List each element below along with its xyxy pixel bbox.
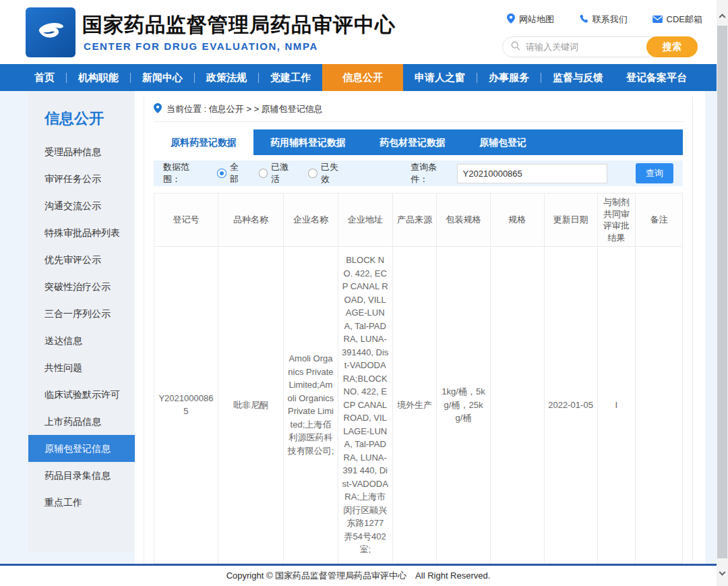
left-gutter [0, 91, 28, 564]
cell-update-date: 2022-01-05 [544, 247, 597, 564]
col-packaging-spec: 包装规格 [437, 194, 490, 247]
breadcrumb: 当前位置 : 信息公开 > > 原辅包登记信息 [154, 96, 683, 122]
filter-bar: 数据范围： 全部 已激活 已失效 查询条件： 查询 [154, 160, 683, 186]
footer: Copyright © 国家药品监督管理局药品审评中心 All Right Re… [0, 564, 717, 586]
registration-table: 登记号 品种名称 企业名称 企业地址 产品来源 包装规格 规格 更新日期 与制剂… [154, 193, 683, 564]
site-title: 国家药品监督管理局药品审评中心 [82, 11, 396, 39]
search-icon [511, 41, 520, 53]
cell-remarks [636, 247, 683, 564]
nav-supervision[interactable]: 监督与反馈 [541, 64, 615, 91]
col-product-source: 产品来源 [392, 194, 437, 247]
sitemap-link[interactable]: 网站地图 [507, 13, 554, 26]
col-variety-name: 品种名称 [218, 194, 283, 247]
tab-raw-aux-pack[interactable]: 原辅包登记 [462, 129, 543, 155]
query-label: 查询条件： [411, 161, 452, 185]
page: 国家药品监督管理局药品审评中心 CENTER FOR DRUG EVALUATI… [0, 0, 728, 586]
search-button[interactable]: 搜索 [646, 36, 698, 57]
content-area: 信息公开 受理品种信息 审评任务公示 沟通交流公示 特殊审批品种列表 优先审评公… [0, 91, 728, 564]
breadcrumb-text: 当前位置 : 信息公开 > > 原辅包登记信息 [166, 103, 323, 115]
sidebar-item-priority-review[interactable]: 优先审评公示 [28, 246, 135, 273]
radio-activated-icon[interactable] [259, 169, 268, 178]
sidebar-column: 信息公开 受理品种信息 审评任务公示 沟通交流公示 特殊审批品种列表 优先审评公… [28, 91, 135, 564]
col-company-address: 企业地址 [338, 194, 392, 247]
nav-functions[interactable]: 机构职能 [67, 64, 130, 91]
sidebar-item-review-tasks[interactable]: 审评任务公示 [28, 165, 135, 192]
main-column: 当前位置 : 信息公开 > > 原辅包登记信息 原料药登记数据 药用辅料登记数据… [135, 91, 699, 564]
right-gutter [699, 91, 717, 564]
search-input[interactable]: 请输入关键词 [526, 41, 646, 53]
sidebar-item-communication[interactable]: 沟通交流公示 [28, 192, 135, 219]
header-links: 网站地图 联系我们 CDE邮箱 [507, 13, 702, 26]
cell-packaging-spec: 1kg/桶，5kg/桶，25kg/桶 [437, 247, 490, 564]
cell-spec [490, 247, 544, 564]
sidebar-item-three-in-one[interactable]: 三合一序列公示 [28, 300, 135, 327]
site-subtitle: CENTER FOR DRUG EVALUATION, NMPA [84, 40, 318, 52]
contact-link[interactable]: 联系我们 [579, 13, 628, 26]
copyright-text: Copyright © 国家药品监督管理局药品审评中心 All Right Re… [226, 570, 491, 582]
table-header-row: 登记号 品种名称 企业名称 企业地址 产品来源 包装规格 规格 更新日期 与制剂… [154, 194, 683, 247]
col-update-date: 更新日期 [544, 194, 597, 247]
cell-registration-no: Y20210000865 [154, 247, 218, 564]
location-pin-icon [154, 103, 162, 115]
sidebar-item-common-issues[interactable]: 共性问题 [28, 354, 135, 381]
col-company-name: 企业名称 [284, 194, 338, 247]
map-pin-icon [507, 13, 515, 26]
sidebar-item-drug-catalog[interactable]: 药品目录集信息 [28, 462, 135, 489]
vertical-scrollbar[interactable] [717, 0, 728, 586]
main-panel: 当前位置 : 信息公开 > > 原辅包登记信息 原料药登记数据 药用辅料登记数据… [144, 96, 693, 586]
sidebar-title: 信息公开 [28, 99, 135, 138]
nav-news[interactable]: 新闻中心 [131, 64, 194, 91]
nav-services[interactable]: 办事服务 [477, 64, 541, 91]
sidebar-item-marketed-drugs[interactable]: 上市药品信息 [28, 408, 135, 435]
cde-logo[interactable] [26, 7, 75, 57]
tab-excipient-data[interactable]: 药用辅料登记数据 [253, 129, 363, 155]
nav-applicant[interactable]: 申请人之窗 [403, 64, 477, 91]
cell-joint-review-result: I [597, 247, 635, 564]
col-spec: 规格 [490, 194, 544, 247]
sidebar-item-clinical-trial[interactable]: 临床试验默示许可 [28, 381, 135, 408]
sidebar-item-breakthrough-therapy[interactable]: 突破性治疗公示 [28, 273, 135, 300]
radio-activated[interactable]: 已激活 [259, 161, 297, 185]
cell-variety-name: 吡非尼酮 [218, 247, 283, 564]
col-joint-review-result: 与制剂共同审评审批结果 [597, 194, 635, 247]
col-registration-no: 登记号 [154, 194, 218, 247]
query-input[interactable] [457, 164, 608, 183]
radio-inactivated[interactable]: 已失效 [308, 161, 346, 185]
mail-icon [653, 15, 663, 25]
sidebar-item-special-approval[interactable]: 特殊审批品种列表 [28, 219, 135, 246]
sidebar-item-accepted-varieties[interactable]: 受理品种信息 [28, 138, 135, 165]
tab-packaging-material-data[interactable]: 药包材登记数据 [363, 129, 462, 155]
scrollbar-up-icon[interactable] [717, 9, 728, 21]
cell-company-name: Amoli Organics Private Limited;Amoli Org… [284, 247, 338, 564]
header: 国家药品监督管理局药品审评中心 CENTER FOR DRUG EVALUATI… [0, 0, 728, 64]
scrollbar-thumb[interactable] [717, 26, 727, 558]
scope-label: 数据范围： [163, 161, 205, 185]
scrollbar-down-icon[interactable] [717, 568, 728, 580]
nav-policy[interactable]: 政策法规 [195, 64, 258, 91]
main-nav: 首页 机构职能 新闻中心 政策法规 党建工作 信息公开 申请人之窗 办事服务 监… [0, 64, 728, 91]
swan-logo-icon [33, 13, 68, 51]
site-search: 请输入关键词 搜索 [502, 36, 698, 57]
sidebar-item-key-work[interactable]: 重点工作 [28, 489, 135, 516]
sidebar-item-delivery-info[interactable]: 送达信息 [28, 327, 135, 354]
radio-all[interactable]: 全部 [217, 161, 246, 185]
nav-home[interactable]: 首页 [23, 64, 66, 91]
sidebar: 信息公开 受理品种信息 审评任务公示 沟通交流公示 特殊审批品种列表 优先审评公… [28, 91, 135, 552]
query-button[interactable]: 查询 [636, 163, 673, 183]
nav-registration-platform[interactable]: 登记备案平台 [615, 64, 698, 91]
cell-product-source: 境外生产 [392, 247, 437, 564]
radio-all-icon[interactable] [217, 169, 226, 178]
nav-party[interactable]: 党建工作 [259, 64, 322, 91]
nav-info-disclosure[interactable]: 信息公开 [322, 64, 403, 91]
phone-icon [579, 14, 588, 26]
col-remarks: 备注 [636, 194, 683, 247]
tab-raw-material-data[interactable]: 原料药登记数据 [154, 129, 253, 155]
mail-link[interactable]: CDE邮箱 [653, 13, 702, 26]
tab-bar: 原料药登记数据 药用辅料登记数据 药包材登记数据 原辅包登记 [154, 129, 683, 155]
sidebar-item-raw-aux-pack-registration[interactable]: 原辅包登记信息 [28, 435, 135, 462]
cell-company-address: BLOCK NO. 422, ECP CANAL ROAD, VILLAGE-L… [338, 247, 392, 564]
table-row: Y20210000865 吡非尼酮 Amoli Organics Private… [154, 247, 683, 564]
radio-inactivated-icon[interactable] [308, 169, 317, 178]
